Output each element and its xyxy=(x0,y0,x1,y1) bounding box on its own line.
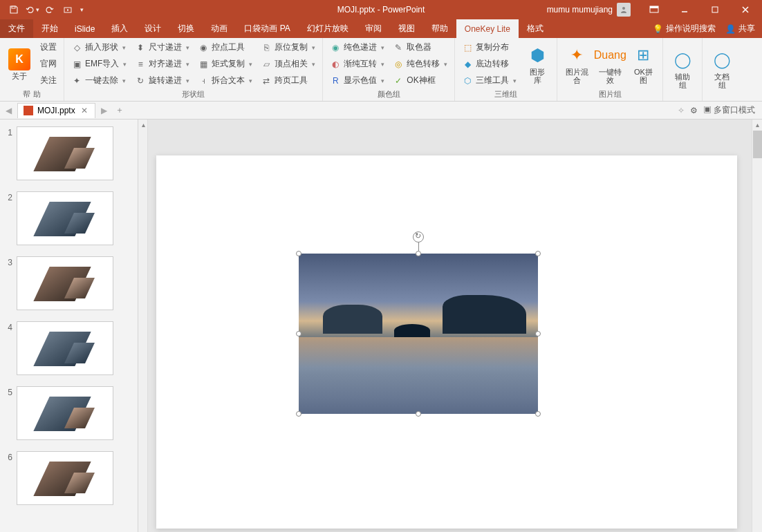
resize-handle[interactable] xyxy=(416,251,421,256)
slide-thumbnail[interactable] xyxy=(17,386,113,440)
one-click-fx-button[interactable]: Duang一键特 效 xyxy=(595,39,625,88)
bottom-transfer-button[interactable]: ◆底边转移 xyxy=(459,57,519,72)
doc-group-button[interactable]: ◯文档 组 xyxy=(707,39,737,99)
tab-onekey[interactable]: OneKey Lite xyxy=(456,19,519,38)
show-color-button[interactable]: R显示色值▾ xyxy=(327,73,387,88)
picture-blend-button[interactable]: ✦图片混 合 xyxy=(561,39,592,88)
slide-thumbnail[interactable] xyxy=(17,126,113,180)
powerpoint-icon xyxy=(24,106,33,115)
align-step-button[interactable]: ≡对齐递进▾ xyxy=(132,57,192,72)
slide-editor[interactable]: ▴ ▴ xyxy=(138,120,762,532)
emf-import-button[interactable]: ▣EMF导入▾ xyxy=(68,57,129,72)
about-button[interactable]: K 关于 xyxy=(4,39,35,88)
workspace: 1 2 3 4 5 6 ▴ xyxy=(0,120,762,532)
gradient-swap-button[interactable]: ◐渐纯互转▾ xyxy=(327,57,387,72)
ok-frame-button[interactable]: ✓OK神框 xyxy=(390,73,450,88)
official-site-button[interactable]: 官网 xyxy=(37,57,59,72)
insert-shape-button[interactable]: ◇插入形状▾ xyxy=(68,40,129,55)
undo-icon[interactable]: ▾ xyxy=(24,1,40,18)
aux-group-button[interactable]: ◯辅助 组 xyxy=(667,39,698,99)
resize-handle[interactable] xyxy=(416,411,421,417)
slide-thumbnail[interactable] xyxy=(17,321,113,375)
scroll-up-icon[interactable]: ▴ xyxy=(138,120,149,130)
cross-page-button[interactable]: ⇄跨页工具 xyxy=(258,73,318,88)
close-icon[interactable] xyxy=(732,0,759,19)
redo-icon[interactable] xyxy=(41,1,58,18)
user-name: mumu mumujiang xyxy=(547,5,613,15)
resize-handle[interactable] xyxy=(535,411,541,417)
tab-slideshow[interactable]: 幻灯片放映 xyxy=(299,19,357,38)
cube-icon: ⬡ xyxy=(462,75,473,86)
slide-thumbnail[interactable] xyxy=(17,191,113,245)
resize-handle[interactable] xyxy=(296,411,301,417)
tab-home[interactable]: 开始 xyxy=(33,19,66,38)
rotate-handle[interactable] xyxy=(413,231,424,243)
group-shape: ◇插入形状▾ ▣EMF导入▾ ✦一键去除▾ ⬍尺寸递进▾ ≡对齐递进▾ ↻旋转递… xyxy=(64,38,323,101)
slide-thumbnail[interactable] xyxy=(17,256,113,310)
resize-handle[interactable] xyxy=(296,251,301,256)
tab-help[interactable]: 帮助 xyxy=(423,19,456,38)
rotate-step-button[interactable]: ↻旋转递进▾ xyxy=(132,73,192,88)
document-tab[interactable]: MOJI.pptx ✕ xyxy=(17,103,95,118)
slide-number: 5 xyxy=(3,386,12,440)
size-icon: ⬍ xyxy=(135,42,146,53)
tab-review[interactable]: 审阅 xyxy=(357,19,390,38)
selected-image[interactable] xyxy=(299,254,538,414)
group-color: ◉纯色递进▾ ◐渐纯互转▾ R显示色值▾ ✎取色器 ◎纯色转移▾ ✓OK神框 颜… xyxy=(323,38,455,101)
original-copy-button[interactable]: ⎘原位复制▾ xyxy=(258,40,318,55)
transfer-icon: ◎ xyxy=(393,59,404,70)
slide-canvas[interactable] xyxy=(156,155,737,529)
add-tab-icon[interactable]: ＋ xyxy=(113,104,127,117)
control-point-button[interactable]: ◉控点工具 xyxy=(195,40,255,55)
eyedropper-button[interactable]: ✎取色器 xyxy=(390,40,450,55)
3d-tool-button[interactable]: ⬡三维工具▾ xyxy=(459,73,519,88)
size-step-button[interactable]: ⬍尺寸递进▾ xyxy=(132,40,192,55)
vertex-button[interactable]: ▱顶点相关▾ xyxy=(258,57,318,72)
pure-color-step-button[interactable]: ◉纯色递进▾ xyxy=(327,40,387,55)
tab-islide[interactable]: iSlide xyxy=(66,19,103,38)
save-icon[interactable] xyxy=(6,1,22,18)
minimize-icon[interactable] xyxy=(671,0,698,19)
tab-pocket[interactable]: 口袋动画 PA xyxy=(236,19,298,38)
slide-thumbnail[interactable] xyxy=(17,451,113,505)
resize-handle[interactable] xyxy=(296,331,301,336)
tab-scroll-left-icon[interactable]: ◀ xyxy=(3,106,15,115)
avatar-icon xyxy=(617,3,631,17)
copy-icon: ⎘ xyxy=(261,42,272,53)
blend-icon: ✦ xyxy=(566,44,588,66)
shape-library-button[interactable]: ⬢ 图形 库 xyxy=(522,39,552,88)
color-transfer-button[interactable]: ◎纯色转移▾ xyxy=(390,57,450,72)
group-3d: ⬚复制分布 ◆底边转移 ⬡三维工具▾ ⬢ 图形 库 三维组 xyxy=(455,38,557,101)
ok-puzzle-button[interactable]: ⊞OK拼 图 xyxy=(628,39,658,88)
user-account[interactable]: mumu mumujiang xyxy=(540,3,638,17)
follow-button[interactable]: 关注 xyxy=(37,73,59,88)
scrollbar-thumb[interactable] xyxy=(753,131,762,158)
multiwindow-button[interactable]: ▣ 多窗口模式 xyxy=(703,104,755,116)
ribbon-display-icon[interactable] xyxy=(640,0,668,19)
gear-icon[interactable]: ⚙ xyxy=(690,106,698,115)
tell-me-search[interactable]: 💡 操作说明搜索 xyxy=(653,23,716,35)
tab-file[interactable]: 文件 xyxy=(0,19,33,38)
scroll-up-icon[interactable]: ▴ xyxy=(752,120,762,130)
tab-insert[interactable]: 插入 xyxy=(103,19,136,38)
one-click-remove-button[interactable]: ✦一键去除▾ xyxy=(68,73,129,88)
copy-distribute-button[interactable]: ⬚复制分布 xyxy=(459,40,519,55)
resize-handle[interactable] xyxy=(535,251,541,256)
tab-format[interactable]: 格式 xyxy=(519,19,552,38)
tab-animations[interactable]: 动画 xyxy=(203,19,236,38)
tab-transitions[interactable]: 切换 xyxy=(169,19,203,38)
split-text-button[interactable]: ⫞拆合文本▾ xyxy=(195,73,255,88)
share-button[interactable]: 👤 共享 xyxy=(725,23,755,35)
resize-handle[interactable] xyxy=(535,331,541,336)
star-icon[interactable]: ✧ xyxy=(678,106,685,115)
close-tab-icon[interactable]: ✕ xyxy=(80,106,89,115)
tab-scroll-right-icon[interactable]: ▶ xyxy=(98,106,110,115)
settings-button[interactable]: 设置 xyxy=(37,40,59,55)
matrix-copy-button[interactable]: ▦矩式复制▾ xyxy=(195,57,255,72)
maximize-icon[interactable] xyxy=(701,0,729,19)
vertical-scrollbar[interactable]: ▴ xyxy=(752,120,762,532)
qat-customize-icon[interactable]: ▾ xyxy=(77,1,86,18)
start-from-beginning-icon[interactable] xyxy=(59,1,76,18)
tab-view[interactable]: 视图 xyxy=(390,19,423,38)
tab-design[interactable]: 设计 xyxy=(136,19,169,38)
